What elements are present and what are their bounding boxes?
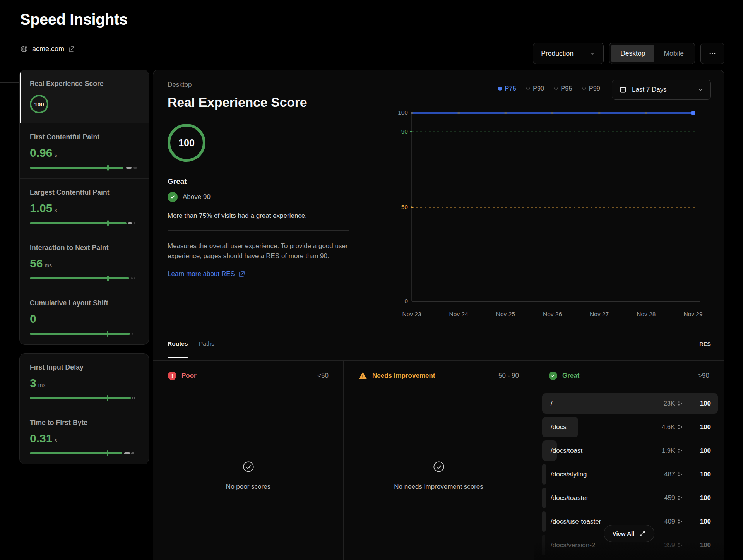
route-row[interactable]: /docs/toaster459100 xyxy=(542,488,718,508)
column-ni-header: Needs Improvement 50 - 90 xyxy=(344,361,534,380)
tab-paths[interactable]: Paths xyxy=(199,340,214,347)
check-circle-icon xyxy=(168,192,178,202)
metric-unit: ms xyxy=(45,262,52,269)
data-points-icon xyxy=(678,401,683,406)
legend-dot-hollow-icon xyxy=(554,87,558,90)
column-ni-label: Needs Improvement xyxy=(372,372,435,380)
legend-item-p95[interactable]: P95 xyxy=(554,85,572,92)
metric-unit: ms xyxy=(38,382,46,388)
metric-card-lcp[interactable]: Largest Contentful Paint1.05s xyxy=(20,178,149,234)
route-sample-count: 4.6K xyxy=(662,423,675,431)
metric-card-group-2: First Input Delay3msTime to First Byte0.… xyxy=(19,353,149,464)
metric-card-ttfb[interactable]: Time to First Byte0.31s xyxy=(20,409,149,464)
route-name: /docs/version-2 xyxy=(542,541,664,549)
legend-item-p99[interactable]: P99 xyxy=(582,85,600,92)
data-points-icon xyxy=(678,543,683,548)
more-options-button[interactable] xyxy=(700,43,724,64)
environment-label: Production xyxy=(541,50,574,58)
metric-card-res[interactable]: Real Experience Score100 xyxy=(20,70,149,123)
column-great-range: >90 xyxy=(698,372,709,380)
route-name: /docs/styling xyxy=(542,471,664,478)
route-row[interactable]: /docs/toast1.9K100 xyxy=(542,440,718,461)
globe-icon xyxy=(20,45,28,53)
route-score: 100 xyxy=(683,541,718,549)
active-tab-underline xyxy=(168,357,188,358)
bar-segment xyxy=(134,277,135,279)
x-axis-tick: Nov 27 xyxy=(582,311,617,318)
metric-value-row: 0.31s xyxy=(30,432,139,445)
route-name: /docs xyxy=(542,423,662,431)
data-points-icon xyxy=(678,425,683,430)
metric-threshold-bar xyxy=(30,167,139,169)
summary-section: Desktop Real Experience Score 100 Great … xyxy=(168,81,369,278)
learn-more-link[interactable]: Learn more about RES xyxy=(168,270,369,278)
great-threshold-marker-icon: ● xyxy=(410,130,412,134)
x-axis-tick: Nov 28 xyxy=(629,311,664,318)
metric-unit: s xyxy=(54,437,57,444)
column-poor-label: Poor xyxy=(181,372,197,380)
metric-label: First Input Delay xyxy=(30,363,139,372)
legend-dot-hollow-icon xyxy=(582,87,586,90)
chart-canvas xyxy=(385,105,725,322)
y-axis-tick-50: 50▲ xyxy=(385,204,418,211)
environment-select[interactable]: Production xyxy=(533,43,604,64)
metric-value: 1.05 xyxy=(30,202,52,215)
bar-fill xyxy=(30,167,123,169)
bar-marker xyxy=(107,450,108,456)
column-poor-header: ! Poor <50 xyxy=(153,361,343,380)
check-circle-outline-icon xyxy=(242,461,255,473)
legend-item-p90[interactable]: P90 xyxy=(526,85,544,92)
route-score: 100 xyxy=(683,447,718,455)
route-sample-count: 23K xyxy=(664,400,675,407)
legend-item-p75[interactable]: P75 xyxy=(498,85,516,92)
view-all-button[interactable]: View All xyxy=(604,525,655,542)
route-sample-count: 459 xyxy=(664,494,675,502)
metric-label: Cumulative Layout Shift xyxy=(30,299,139,307)
bar-segment xyxy=(132,397,134,399)
bar-segment xyxy=(124,452,130,454)
y-tick-label: 50 xyxy=(385,204,408,211)
expand-icon xyxy=(639,530,645,537)
y-tick-label: 0 xyxy=(385,298,408,305)
metric-card-group-1: Real Experience Score100First Contentful… xyxy=(19,70,149,345)
metric-card-fid[interactable]: First Input Delay3ms xyxy=(20,354,149,409)
bar-marker xyxy=(107,165,109,171)
column-great-label: Great xyxy=(562,372,579,380)
score-columns: ! Poor <50 No poor scores xyxy=(153,361,724,560)
route-score: 100 xyxy=(683,518,718,526)
x-axis-tick: Nov 23 xyxy=(394,311,429,318)
column-great: Great >90 /23K100/docs4.6K100/docs/toast… xyxy=(534,361,724,560)
tabs-row: Routes Paths RES xyxy=(168,340,711,360)
date-range-select[interactable]: Last 7 Days xyxy=(612,80,711,100)
metric-unit: s xyxy=(54,152,57,158)
route-row[interactable]: /docs/styling487100 xyxy=(542,464,718,485)
bar-segment xyxy=(134,333,134,335)
date-range-label: Last 7 Days xyxy=(632,86,692,94)
data-points-icon xyxy=(678,495,683,500)
metric-column-label: RES xyxy=(699,341,711,347)
metric-card-fcp[interactable]: First Contentful Paint0.96s xyxy=(20,123,149,178)
route-row[interactable]: /23K100 xyxy=(542,393,718,414)
tab-routes[interactable]: Routes xyxy=(168,340,188,347)
metric-threshold-bar xyxy=(30,222,139,224)
poor-empty-state: No poor scores xyxy=(153,461,343,491)
device-toggle-desktop[interactable]: Desktop xyxy=(611,45,654,62)
site-link[interactable]: acme.com xyxy=(20,45,75,53)
route-name: /docs/toast xyxy=(542,447,662,455)
route-name: /docs/toaster xyxy=(542,494,664,502)
metric-card-cls[interactable]: Cumulative Layout Shift0 xyxy=(20,289,149,344)
bar-segment xyxy=(134,397,135,399)
warning-triangle-icon xyxy=(358,372,367,380)
divider xyxy=(168,230,349,231)
device-label: Desktop xyxy=(168,81,369,89)
route-sample-count: 487 xyxy=(664,471,675,478)
device-toggle-mobile[interactable]: Mobile xyxy=(654,45,693,62)
bar-marker xyxy=(107,395,108,401)
metric-value: 0.31 xyxy=(30,432,52,445)
metric-card-inp[interactable]: Interaction to Next Paint56ms xyxy=(20,234,149,289)
bar-marker xyxy=(107,276,109,281)
bar-segment xyxy=(133,167,137,169)
route-row[interactable]: /docs4.6K100 xyxy=(542,417,718,437)
y-axis-tick-90: 90● xyxy=(385,128,418,135)
bar-fill xyxy=(30,397,131,399)
